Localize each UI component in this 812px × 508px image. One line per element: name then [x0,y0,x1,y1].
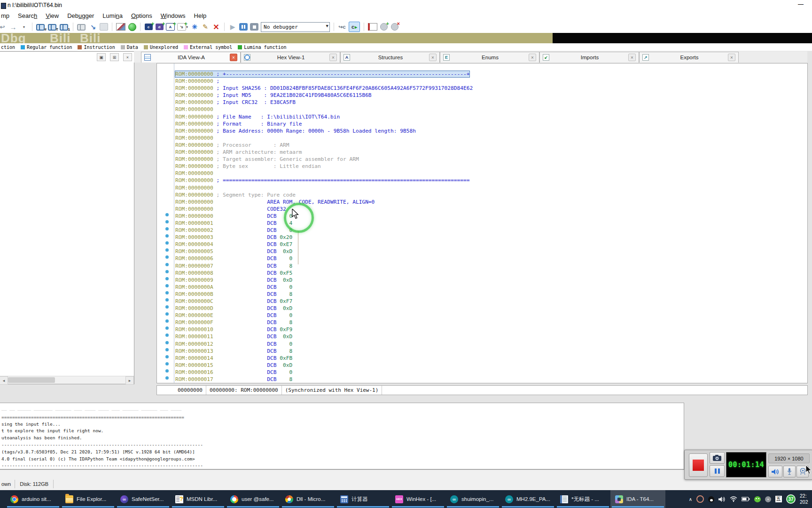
debugger-pause-icon[interactable] [239,22,248,32]
tab-close-icon[interactable]: × [230,54,237,61]
listing-row[interactable]: ROM:00000000 ; [157,76,807,83]
menu-item-view[interactable]: View [46,12,59,19]
disassembly-view[interactable]: ROM:00000000 ; +------------------------… [156,63,808,383]
scroll-left-icon[interactable]: ◂ [0,376,8,385]
navigator-band[interactable]: DbgBiliBili [0,33,812,43]
listing-row[interactable]: ROM:00000000 [157,104,807,111]
taskbar-item-shuimopin-[interactable]: shuimopin_... [445,490,500,508]
listing-row[interactable]: ROM:0000000E DCB 0 [157,310,807,318]
search-text-icon[interactable]: # [36,22,46,32]
listing-row[interactable]: ROM:00000017 DCB 8 [157,374,807,381]
listing-row[interactable]: ROM:00000000 [157,183,807,190]
undefine-icon[interactable]: ✕ [212,22,220,32]
listing-row[interactable]: ROM:0000000D DCB 0xD [157,303,807,310]
taskbar-item-user-safe-[interactable]: user @safe... [226,490,281,508]
listing-row[interactable]: ROM:00000013 DCB 8 [157,346,807,353]
history-dropdown-icon[interactable]: ▾ [20,22,28,32]
listing-row[interactable]: ROM:00000000 ; Base Address: 0000h Range… [157,126,807,133]
record-pause-button[interactable] [710,465,725,477]
taskbar-item-winhex-[interactable]: WinHex - [... [390,490,445,508]
listing-row[interactable]: ROM:00000001 DCB 4 [157,218,807,225]
listing-row[interactable]: ROM:00000016 DCB 0 [157,367,807,374]
tray-close-icon[interactable] [765,496,771,502]
wifi-icon[interactable] [730,496,737,502]
menu-item-search[interactable]: Search [18,12,37,19]
menu-item-debugger[interactable]: Debugger [67,12,94,19]
listing-row[interactable]: ROM:00000000 ; ARM architecture: metaarm [157,147,807,154]
listing-row[interactable]: ROM:00000000 ; Input CRC32 : E38CA5FB [157,97,807,104]
listing-row[interactable]: ROM:00000000 DCB 0 [157,211,807,218]
tab-close-icon[interactable]: × [628,54,636,61]
listing-row[interactable]: ROM:00000003 DCB 0x20 [157,232,807,239]
listing-row[interactable]: ROM:00000014 DCB 0xFB [157,353,807,360]
tab-close-icon[interactable]: × [429,54,437,61]
search-immediate-icon[interactable]: T [48,22,57,32]
taskbar-item-file-explor-[interactable]: File Explor... [61,490,116,508]
debugger-start-icon[interactable]: ▶ [228,22,237,32]
listing-row[interactable]: ROM:00000010 DCB 0xF9 [157,325,807,332]
listing-row[interactable]: ROM:0000000F DCB 8 [157,318,807,325]
search-again-icon[interactable] [77,22,86,32]
listing-row[interactable]: ROM:00000007 DCB 8 [157,261,807,268]
listing-row[interactable]: ROM:00000000 ; Format : Binary file [157,119,807,126]
screenshot-button[interactable] [710,452,725,464]
taskbar-item-safenetser-[interactable]: SafeNetSer... [116,490,171,508]
make-string-icon[interactable]: 's▾ [177,22,188,32]
menu-item-windows[interactable]: Windows [161,12,186,19]
horizontal-scrollbar[interactable]: ◂ ▸ [0,376,134,384]
scroll-right-icon[interactable]: ▸ [125,376,134,385]
step-into-icon[interactable]: ↪c [338,22,346,32]
listing-row[interactable]: ROM:00000000 ; Processor : ARM [157,140,807,147]
listing-row[interactable]: ROM:00000000 [157,133,807,140]
qq-icon[interactable] [708,496,714,502]
minimize-button[interactable]: — [798,1,804,8]
edit-icon[interactable]: ✎ [201,22,210,32]
input-method-icon[interactable]: 五 [775,496,782,502]
taskbar-item-arduino-sit-[interactable]: arduino sit... [6,490,61,508]
make-code-icon[interactable]: c [144,22,153,32]
panel-restore-button[interactable]: ▣ [97,53,106,61]
listing-row[interactable]: ROM:00000000 ; Segment type: Pure code [157,190,807,197]
menu-item-mp[interactable]: mp [1,12,9,19]
taskbar-item-ida-t64-[interactable]: IDA - T64... [610,490,665,508]
tray-chevron-icon[interactable]: ∧ [689,497,692,502]
colors-icon[interactable] [116,22,125,32]
tab-enums[interactable]: Enums× [440,52,539,63]
tray-ring-icon[interactable] [696,495,704,503]
listing-row[interactable]: ROM:00000011 DCB 0xD [157,332,807,339]
listing-row[interactable]: ROM:00000000 ; Target assembler: Generic… [157,154,807,161]
listing-row[interactable]: ROM:00000015 DCB 0xD [157,360,807,367]
make-data-icon[interactable]: d [155,22,164,32]
listing-row[interactable]: ROM:00000000 AREA ROM, CODE, READWRITE, … [157,197,807,204]
tab-close-icon[interactable]: × [728,54,735,61]
scrollbar-thumb[interactable] [8,377,55,383]
record-stop-button[interactable] [689,453,708,477]
tab-ida-view-a[interactable]: IDA View-A× [141,52,241,63]
breakpoint-delete-icon[interactable] [390,22,399,32]
listing-row[interactable]: ROM:0000000A DCB 0 [157,282,807,289]
jump-next-icon[interactable]: ↘ [89,22,97,32]
listing-row[interactable]: ROM:00000005 DCB 0xD [157,246,807,254]
patch-icon[interactable]: ✳ [190,22,199,32]
battery-icon[interactable] [742,497,750,501]
tab-hex-view-1[interactable]: Hex View-1× [241,52,340,63]
listing-row[interactable]: ROM:00000004 DCB 0xE7 [157,239,807,246]
run-until-return-icon[interactable]: c▸ [349,22,360,32]
breakpoint-add-icon[interactable] [380,22,388,32]
notification-badge[interactable]: 37 [786,494,796,504]
microphone-button[interactable] [783,466,796,477]
panel-close-button[interactable]: × [123,53,132,61]
taskbar-item--[interactable]: 计算器 [336,490,390,508]
tab-imports[interactable]: Imports× [539,52,639,63]
taskbar-item-msdn-libr-[interactable]: MSDN Libr... [171,490,226,508]
listing-row[interactable]: ROM:00000000 ; File Name : I:\bilibili\I… [157,112,807,119]
make-name-icon[interactable]: A [166,22,175,32]
clock[interactable]: 22:202 [800,493,812,505]
listing-row[interactable]: ROM:00000000 [157,168,807,175]
volume-icon[interactable] [718,496,726,502]
tab-structures[interactable]: Structures× [340,52,440,63]
debugger-select[interactable]: No debugger ▼ [261,22,330,32]
listing-row[interactable]: ROM:0000000B DCB 8 [157,289,807,296]
listing-row[interactable]: ROM:00000000 ; Byte sex : Little endian [157,161,807,168]
listing-row[interactable]: ROM:00000000 ; =========================… [157,175,807,183]
